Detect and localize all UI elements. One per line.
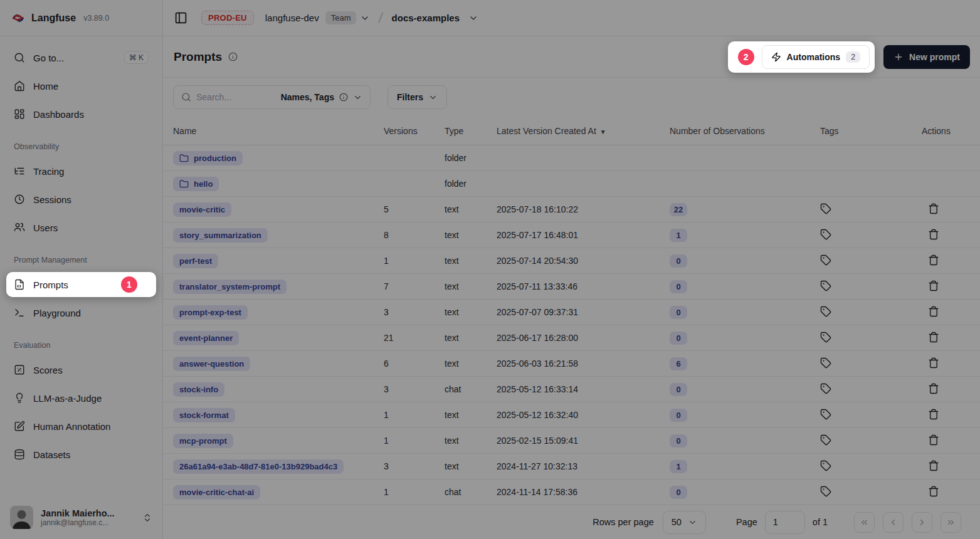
table-row[interactable]: movie-critic 5 text 2025-07-18 16:10:22 … — [163, 197, 980, 222]
prompt-name-badge[interactable]: translator_system-prompt — [173, 280, 287, 294]
prompt-name-badge[interactable]: prompt-exp-test — [173, 305, 248, 320]
tag-button[interactable] — [820, 254, 831, 266]
sidebar: Langfuse v3.89.0 Go to... ⌘ K Home — [0, 0, 163, 539]
table-row[interactable]: production folder — [163, 145, 980, 171]
column-header-observations[interactable]: Number of Observations — [663, 126, 814, 136]
column-header-name[interactable]: Name — [163, 126, 377, 136]
sidebar-item-tracing[interactable]: Tracing — [6, 159, 156, 184]
delete-button[interactable] — [928, 486, 939, 497]
table-row[interactable]: answer-question 6 text 2025-06-03 16:21:… — [163, 351, 980, 377]
tag-button[interactable] — [820, 203, 831, 214]
sidebar-item-playground[interactable]: Playground — [6, 300, 156, 325]
cell-created: 2025-07-11 13:33:46 — [490, 281, 663, 291]
last-page-button[interactable] — [940, 512, 961, 533]
delete-button[interactable] — [928, 460, 939, 471]
chevron-down-icon[interactable] — [360, 13, 370, 23]
sidebar-toggle-icon[interactable] — [174, 11, 187, 24]
page-number-input[interactable] — [765, 511, 805, 534]
tag-button[interactable] — [820, 434, 831, 446]
first-page-button[interactable] — [854, 512, 875, 533]
rows-per-page-label: Rows per page — [593, 517, 654, 527]
table-row[interactable]: translator_system-prompt 7 text 2025-07-… — [163, 274, 980, 300]
delete-button[interactable] — [928, 306, 939, 317]
sidebar-item-goto[interactable]: Go to... ⌘ K — [6, 45, 156, 70]
sidebar-item-scores[interactable]: Scores — [6, 357, 156, 382]
prompt-name-badge[interactable]: stock-info — [173, 382, 224, 397]
delete-button[interactable] — [928, 434, 939, 446]
column-header-type[interactable]: Type — [438, 126, 490, 136]
org-name[interactable]: langfuse-dev — [265, 13, 319, 23]
prompt-name-badge[interactable]: 26a61a94-e3ab-48d7-81e0-13b929bad4c3 — [173, 459, 344, 474]
sidebar-item-users[interactable]: Users — [6, 215, 156, 240]
tag-button[interactable] — [820, 409, 831, 420]
table-row[interactable]: story_summarization 8 text 2025-07-17 16… — [163, 222, 980, 248]
delete-button[interactable] — [928, 280, 939, 291]
new-prompt-button[interactable]: New prompt — [883, 45, 970, 69]
tag-button[interactable] — [820, 460, 831, 471]
automations-button[interactable]: Automations 2 — [762, 45, 870, 69]
next-page-button[interactable] — [912, 512, 932, 533]
column-header-created[interactable]: Latest Version Created At▼ — [490, 126, 663, 136]
search-input[interactable] — [196, 92, 256, 102]
delete-button[interactable] — [928, 383, 939, 394]
info-icon[interactable] — [228, 52, 238, 61]
prompt-name-badge[interactable]: answer-question — [173, 357, 250, 371]
delete-button[interactable] — [928, 409, 939, 420]
sidebar-item-human-annotation[interactable]: Human Annotation — [6, 414, 156, 439]
table-row[interactable]: hello folder — [163, 171, 980, 197]
table-row[interactable]: event-planner 21 text 2025-06-17 16:28:0… — [163, 325, 980, 351]
table-row[interactable]: prompt-exp-test 3 text 2025-07-07 09:37:… — [163, 300, 980, 325]
prompt-name-badge[interactable]: story_summarization — [173, 228, 268, 243]
tag-button[interactable] — [820, 229, 831, 240]
sidebar-item-home[interactable]: Home — [6, 73, 156, 98]
delete-button[interactable] — [928, 357, 939, 369]
tag-button[interactable] — [820, 383, 831, 394]
table-row[interactable]: stock-format 1 text 2025-05-12 16:32:40 … — [163, 402, 980, 428]
prompt-name-badge[interactable]: event-planner — [173, 331, 239, 345]
delete-button[interactable] — [928, 332, 939, 343]
observations-badge: 6 — [670, 357, 687, 370]
table-row[interactable]: movie-critic-chat-ai 1 chat 2024-11-14 1… — [163, 479, 980, 505]
rows-per-page-select[interactable]: 50 — [663, 511, 706, 534]
tag-button[interactable] — [820, 280, 831, 291]
cell-type: chat — [438, 384, 490, 394]
tag-button[interactable] — [820, 357, 831, 369]
sidebar-item-dashboards[interactable]: Dashboards — [6, 102, 156, 127]
prompt-name-badge[interactable]: mcp-prompt — [173, 434, 233, 448]
previous-page-button[interactable] — [883, 512, 904, 533]
tag-icon — [820, 229, 831, 240]
prompt-name-label: 26a61a94-e3ab-48d7-81e0-13b929bad4c3 — [179, 462, 337, 471]
prompt-name-label: mcp-prompt — [179, 436, 227, 446]
zap-icon — [771, 52, 781, 62]
tag-button[interactable] — [820, 486, 831, 497]
prompt-name-badge[interactable]: movie-critic — [173, 202, 231, 217]
prompt-name-badge[interactable]: hello — [173, 177, 219, 191]
chevron-down-icon[interactable] — [468, 13, 478, 23]
filters-button[interactable]: Filters — [387, 85, 447, 109]
prompt-name-badge[interactable]: stock-format — [173, 408, 235, 422]
sidebar-item-datasets[interactable]: Datasets — [6, 442, 156, 467]
project-name[interactable]: docs-examples — [392, 13, 460, 23]
sidebar-item-prompts[interactable]: Prompts 1 — [6, 272, 156, 297]
delete-button[interactable] — [928, 254, 939, 266]
delete-button[interactable] — [928, 203, 939, 214]
search-scope-dropdown[interactable]: Names, Tags — [281, 92, 362, 102]
table-row[interactable]: stock-info 3 chat 2025-05-12 16:33:14 0 — [163, 377, 980, 402]
sidebar-item-label: Human Annotation — [33, 421, 110, 432]
table-row[interactable]: 26a61a94-e3ab-48d7-81e0-13b929bad4c3 3 t… — [163, 454, 980, 479]
table-row[interactable]: perf-test 1 text 2025-07-14 20:54:30 0 — [163, 248, 980, 274]
sidebar-item-llm-judge[interactable]: LLM-as-a-Judge — [6, 385, 156, 411]
prompt-name-badge[interactable]: perf-test — [173, 254, 218, 268]
search-box: Names, Tags — [173, 85, 371, 109]
tag-button[interactable] — [820, 306, 831, 317]
prompt-name-badge[interactable]: production — [173, 151, 243, 165]
cell-versions: 8 — [377, 230, 438, 240]
table-row[interactable]: mcp-prompt 1 text 2025-02-15 15:09:41 0 — [163, 428, 980, 454]
user-menu[interactable]: Jannik Maierho... jannik@langfuse.c... — [0, 497, 162, 539]
prompt-name-badge[interactable]: movie-critic-chat-ai — [173, 485, 260, 500]
tag-button[interactable] — [820, 332, 831, 343]
observations-badge: 0 — [670, 486, 687, 499]
delete-button[interactable] — [928, 229, 939, 240]
sidebar-item-sessions[interactable]: Sessions — [6, 187, 156, 212]
column-header-versions[interactable]: Versions — [377, 126, 438, 136]
